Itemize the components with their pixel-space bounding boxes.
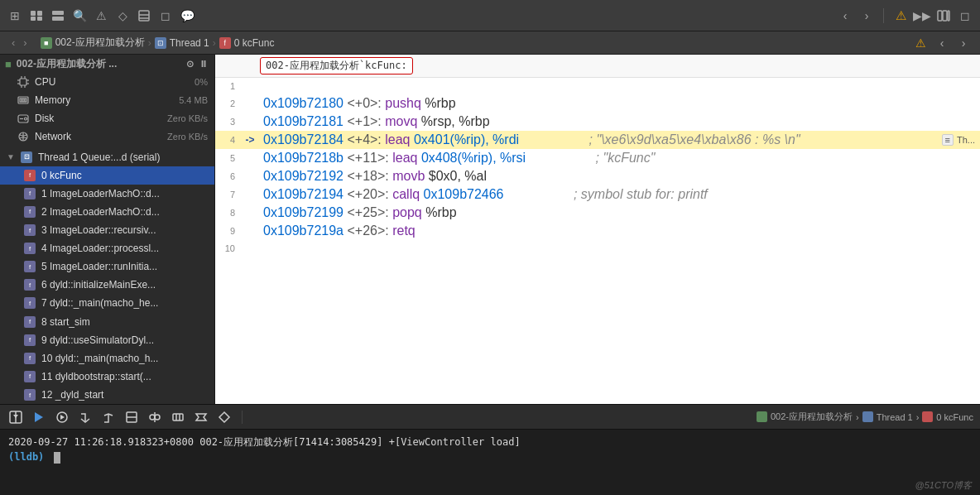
code-line-8: 8 0x109b72199 <+25>: popq %rbp [215,204,980,222]
breadcrumb-nav: ‹ › [8,35,31,50]
svg-marker-32 [35,412,43,422]
breadcrumb-func[interactable]: f 0 kcFunc [219,37,275,49]
frame-10-label: 10 dyld::_main(macho_h... [41,353,208,364]
bottom-debug-icon-10[interactable] [215,408,233,426]
toolbar-square-icon[interactable]: ◻ [957,7,973,24]
arrow-4: -> [240,134,260,146]
code-content-8: 0x109b72199 <+25>: popq %rbp [260,204,980,222]
frame-9-label: 9 dyld::useSimulatorDyl... [41,334,208,346]
bottom-content[interactable]: 2020-09-27 11:26:18.918323+0800 002-应用程加… [0,430,980,495]
log-line-2: (lldb) [8,449,972,464]
toolbar-warning-icon[interactable]: ⚠ [93,7,109,24]
bottom-debug-icon-4[interactable] [76,408,94,426]
code-content-4: 0x109b72184 <+4>: leaq 0x401(%rip), %rdi… [260,131,942,149]
toolbar-nav-back-icon[interactable]: ‹ [837,7,853,24]
toolbar-search-icon[interactable]: 🔍 [71,7,88,24]
breadcrumb-fwd-icon-r[interactable]: › [955,35,972,51]
sidebar-cpu[interactable]: CPU 0% [0,73,214,91]
svg-rect-0 [31,11,36,16]
sidebar-thread-group[interactable]: ▼ ⊡ Thread 1 Queue:...d (serial) [0,148,214,166]
sidebar-memory-label: Memory [35,94,174,106]
frame-7-icon: f [23,296,36,310]
annotation-text-4: Th... [957,135,975,145]
frame-9-icon: f [23,334,36,347]
bottom-debug-icon-3[interactable] [53,408,71,426]
sidebar-frame-3[interactable]: f 3 ImageLoader::recursiv... [0,221,214,239]
frame-6-icon: f [23,278,36,291]
line-num-10: 10 [215,242,240,255]
code-scroll[interactable]: 002-应用程加载分析`kcFunc: 1 2 0x109b72180 <+0>… [215,55,980,404]
toolbar-skip-icon[interactable]: ▶▶ [914,7,930,24]
svg-rect-40 [173,414,183,421]
bottom-debug-icon-7[interactable] [146,408,164,426]
sidebar-disk-value: Zero KB/s [167,113,208,123]
sidebar-frame-2[interactable]: f 2 ImageLoaderMachO::d... [0,203,214,221]
bottom-debug-icon-1[interactable] [7,408,25,426]
svg-marker-44 [219,412,229,422]
sidebar-frame-10[interactable]: f 10 dyld::_main(macho_h... [0,349,214,368]
toolbar-lines-icon[interactable] [136,7,152,24]
frame-6-label: 6 dyld::initializeMainExe... [41,279,208,291]
code-content-7: 0x109b72194 <+20>: callq 0x109b72466 ; s… [260,185,980,204]
bottom-debug-icon-9[interactable] [192,408,210,426]
breadcrumb-back-button[interactable]: ‹ [8,35,18,50]
frame-4-icon: f [23,242,36,255]
toolbar-split-icon[interactable] [50,7,66,24]
breadcrumb-warn-icon[interactable]: ⚠ [912,35,929,51]
toolbar-diamond-icon[interactable]: ◇ [114,7,131,24]
toolbar-comment-icon[interactable]: 💬 [179,7,195,24]
svg-rect-10 [943,11,947,21]
sidebar-frame-7[interactable]: f 7 dyld::_main(macho_he... [0,294,214,312]
bottom-debug-icon-2[interactable] [30,408,48,426]
sidebar-frame-0[interactable]: f 0 kcFunc [0,166,214,185]
sidebar-frame-11[interactable]: f 11 dyldbootstrap::start(... [0,368,214,386]
toolbar-list-icon[interactable] [28,7,45,24]
toolbar-warning-right-icon[interactable]: ⚠ [892,7,909,24]
sidebar-network[interactable]: Network Zero KB/s [0,127,214,146]
breadcrumb-app[interactable]: ■ 002-应用程加载分析 [41,36,145,50]
breadcrumb-fwd-button[interactable]: › [20,35,30,50]
breadcrumb-back-icon-r[interactable]: ‹ [934,35,950,51]
sidebar-frame-6[interactable]: f 6 dyld::initializeMainExe... [0,276,214,294]
svg-rect-2 [31,17,36,21]
main-content: ■ 002-应用程加载分析 ... ⊙ ⏸ CPU 0% [0,55,980,404]
sidebar-disk-label: Disk [35,113,162,124]
sidebar-frame-4[interactable]: f 4 ImageLoader::processl... [0,239,214,257]
sidebar-frame-1[interactable]: f 1 ImageLoaderMachO::d... [0,185,214,203]
frame-2-icon: f [23,205,36,219]
line-num-2: 2 [215,97,240,110]
sidebar-memory[interactable]: Memory 5.4 MB [0,91,214,109]
line-num-5: 5 [215,151,240,165]
line-num-8: 8 [215,206,240,219]
sidebar-frame-8[interactable]: f 8 start_sim [0,313,214,331]
bottom-debug-icon-5[interactable] [99,408,118,426]
svg-point-26 [25,118,27,120]
line-num-3: 3 [215,115,240,128]
sidebar-disk[interactable]: Disk Zero KB/s [0,109,214,127]
sidebar-app-header[interactable]: ■ 002-应用程加载分析 ... ⊙ ⏸ [0,55,214,73]
toolbar-sep-1 [883,8,884,23]
cpu-icon [17,75,30,89]
frame-8-icon: f [23,315,36,329]
breadcrumb-thread[interactable]: ⊡ Thread 1 [155,37,209,49]
svg-rect-12 [20,79,26,85]
bottom-debug-icon-8[interactable] [169,408,187,426]
toolbar-grid-icon[interactable]: ⊞ [7,7,23,24]
sidebar-frame-9[interactable]: f 9 dyld::useSimulatorDyl... [0,331,214,349]
memory-icon [17,94,30,107]
toolbar-columns-icon[interactable] [935,7,952,24]
bottom-debug-icon-6[interactable] [122,408,141,426]
bottom-panel: 002-应用程加载分析 › Thread 1 › 0 kcFunc 2020-0… [0,404,980,495]
sidebar-cpu-label: CPU [35,76,190,88]
breadcrumb-sep-2: › [213,37,216,49]
sidebar-frame-5[interactable]: f 5 ImageLoader::runInitia... [0,257,214,276]
toolbar-arrow-right-icon[interactable]: ◻ [157,7,174,24]
toolbar-nav-fwd-icon[interactable]: › [858,7,875,24]
frame-3-icon: f [23,223,36,237]
app-icon: ■ [41,37,52,49]
top-breadcrumb-bar: ‹ › ■ 002-应用程加载分析 › ⊡ Thread 1 › f 0 kcF… [0,31,980,55]
lldb-prompt: (lldb) [8,451,44,463]
network-icon [17,130,30,143]
code-content-6: 0x109b72192 <+18>: movb $0x0, %al [260,167,980,185]
sidebar-frame-12[interactable]: f 12 _dyld_start [0,386,214,404]
